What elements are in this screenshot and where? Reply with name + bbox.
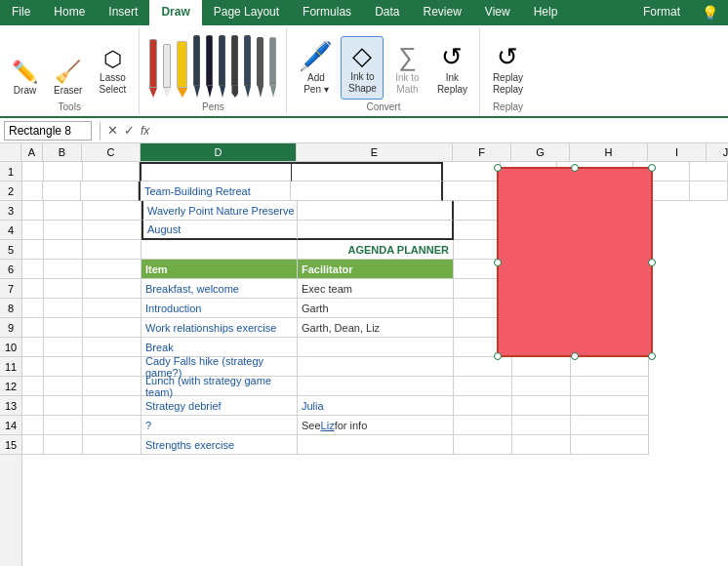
cell-j1[interactable]: [690, 162, 728, 182]
name-box[interactable]: [4, 121, 92, 141]
cell-d3[interactable]: Waverly Point Nature Preserve: [142, 201, 298, 221]
cell-a5[interactable]: [22, 240, 44, 260]
cell-d1[interactable]: [140, 162, 292, 182]
add-pen-button[interactable]: 🖊️ AddPen ▾: [293, 36, 339, 100]
cell-e14[interactable]: See Liz for info: [298, 416, 454, 435]
col-header-a[interactable]: A: [21, 143, 43, 161]
pen-eraser[interactable]: [161, 42, 173, 100]
row-header-2[interactable]: 2: [0, 182, 21, 201]
draw-button[interactable]: ✏️ Draw: [6, 56, 44, 100]
cell-e7[interactable]: Exec team: [298, 279, 454, 299]
cell-a4[interactable]: [22, 221, 44, 240]
tab-review[interactable]: Review: [411, 0, 472, 25]
cell-c6[interactable]: [83, 260, 142, 279]
col-header-h[interactable]: H: [570, 143, 648, 161]
tab-format[interactable]: Format: [631, 0, 692, 25]
cell-e1[interactable]: [292, 162, 444, 182]
pen-dark6[interactable]: [267, 35, 278, 100]
cell-e11[interactable]: [298, 357, 454, 377]
eraser-button[interactable]: 🧹 Eraser: [48, 56, 88, 100]
handle-br[interactable]: [648, 352, 656, 360]
col-header-c[interactable]: C: [82, 143, 141, 161]
cell-a1[interactable]: [22, 162, 44, 182]
tab-formulas[interactable]: Formulas: [291, 0, 363, 25]
cell-b4[interactable]: [44, 221, 83, 240]
tab-view[interactable]: View: [473, 0, 522, 25]
row-header-4[interactable]: 4: [0, 221, 21, 240]
col-header-i[interactable]: I: [648, 143, 707, 161]
handle-mr[interactable]: [648, 259, 656, 266]
cell-b5[interactable]: [44, 240, 83, 260]
handle-ml[interactable]: [494, 259, 502, 266]
cell-d6[interactable]: Item: [142, 260, 298, 279]
cell-d4[interactable]: August: [142, 221, 298, 240]
cell-b1[interactable]: [44, 162, 83, 182]
cell-c4[interactable]: [83, 221, 142, 240]
cell-j2[interactable]: [690, 182, 728, 201]
handle-tl[interactable]: [494, 164, 502, 172]
cell-d14[interactable]: ?: [142, 416, 298, 435]
tab-insert[interactable]: Insert: [97, 0, 149, 25]
tab-home[interactable]: Home: [42, 0, 97, 25]
row-header-12[interactable]: 12: [0, 377, 21, 396]
pen-dark5[interactable]: [255, 35, 265, 100]
row-header-13[interactable]: 13: [0, 396, 21, 416]
ink-to-math-button[interactable]: ∑ Ink toMath: [385, 38, 428, 100]
cell-d15[interactable]: Strengths exercise: [142, 435, 298, 455]
cell-d8[interactable]: Introduction: [142, 299, 298, 318]
col-header-e[interactable]: E: [297, 143, 453, 161]
cell-b6[interactable]: [44, 260, 83, 279]
cell-f1[interactable]: [443, 162, 500, 182]
row-header-10[interactable]: 10: [0, 338, 21, 357]
cell-a3[interactable]: [22, 201, 44, 221]
cell-e13[interactable]: Julia: [298, 396, 454, 416]
tab-draw[interactable]: Draw: [149, 0, 201, 25]
cell-d13[interactable]: Strategy debrief: [142, 396, 298, 416]
col-header-b[interactable]: B: [43, 143, 82, 161]
row-header-11[interactable]: 11: [0, 357, 21, 377]
cell-e5[interactable]: AGENDA PLANNER: [298, 240, 454, 260]
tab-help[interactable]: Help: [522, 0, 570, 25]
row-header-14[interactable]: 14: [0, 416, 21, 435]
lightbulb-icon[interactable]: 💡: [692, 0, 728, 25]
handle-tc[interactable]: [571, 164, 579, 172]
cell-a6[interactable]: [22, 260, 44, 279]
cell-e3[interactable]: [298, 201, 454, 221]
pen-red[interactable]: [147, 37, 159, 100]
pen-dark2[interactable]: [204, 33, 215, 100]
pen-wave[interactable]: [229, 33, 240, 100]
cell-d12[interactable]: Lunch (with strategy game team): [142, 377, 298, 396]
row-header-1[interactable]: 1: [0, 162, 21, 182]
cell-c5[interactable]: [83, 240, 142, 260]
col-header-f[interactable]: F: [453, 143, 511, 161]
cell-e10[interactable]: [298, 338, 454, 357]
cell-e12[interactable]: [298, 377, 454, 396]
row-header-5[interactable]: 5: [0, 240, 21, 260]
function-icon[interactable]: fx: [138, 124, 152, 138]
pen-dark4[interactable]: [242, 33, 253, 100]
cell-d9[interactable]: Work relationships exercise: [142, 318, 298, 338]
col-header-d[interactable]: D: [141, 143, 297, 161]
cell-e8[interactable]: Garth: [298, 299, 454, 318]
cell-d5[interactable]: [142, 240, 298, 260]
cell-e15[interactable]: [298, 435, 454, 455]
handle-bl[interactable]: [494, 352, 502, 360]
row-header-9[interactable]: 9: [0, 318, 21, 338]
cell-b3[interactable]: [44, 201, 83, 221]
cell-e4[interactable]: [298, 221, 454, 240]
cell-f2[interactable]: [443, 182, 500, 201]
formula-input[interactable]: [152, 121, 724, 141]
cell-e9[interactable]: Garth, Dean, Liz: [298, 318, 454, 338]
row-header-3[interactable]: 3: [0, 201, 21, 221]
cell-d7[interactable]: Breakfast, welcome: [142, 279, 298, 299]
row-header-15[interactable]: 15: [0, 435, 21, 455]
cell-a2[interactable]: [22, 182, 43, 201]
row-header-7[interactable]: 7: [0, 279, 21, 299]
confirm-icon[interactable]: ✓: [121, 123, 138, 138]
tab-file[interactable]: File: [0, 0, 42, 25]
cell-c1[interactable]: [83, 162, 140, 182]
lasso-select-button[interactable]: ⬡ LassoSelect: [92, 43, 133, 100]
tab-data[interactable]: Data: [363, 0, 411, 25]
row-header-8[interactable]: 8: [0, 299, 21, 318]
replay-button[interactable]: ↺ ReplayReplay: [486, 38, 529, 100]
